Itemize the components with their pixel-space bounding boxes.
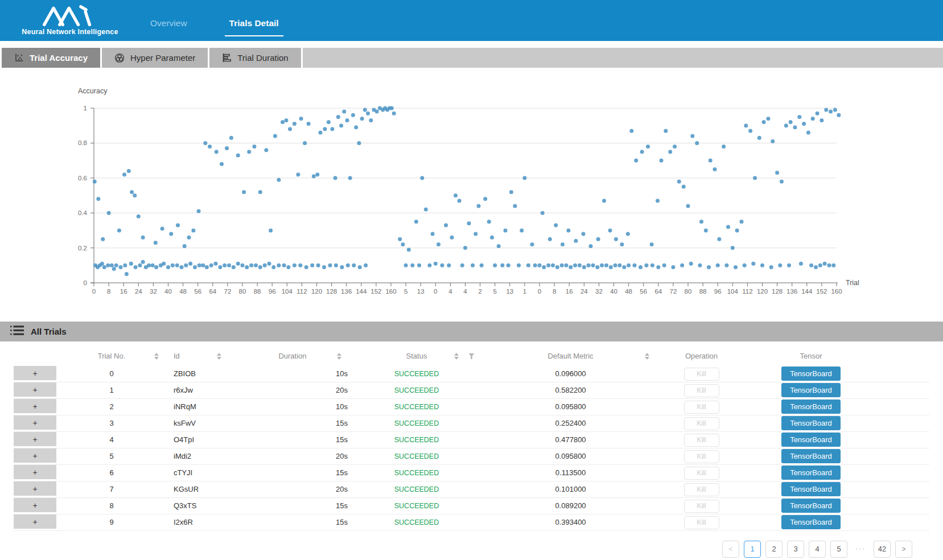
pagination-page-5[interactable]: 5: [830, 541, 847, 558]
scatter-point: [555, 265, 559, 269]
tensor-cell: TensorBoard: [746, 465, 929, 481]
tensorboard-button[interactable]: TensorBoard: [781, 400, 841, 414]
pagination-page-1[interactable]: 1: [744, 541, 761, 558]
x-tick-label: 96: [714, 288, 722, 295]
scatter-point: [473, 232, 477, 236]
pagination-page-4[interactable]: 4: [809, 541, 826, 558]
pagination-page-3[interactable]: 3: [787, 541, 804, 558]
expand-row-button[interactable]: +: [14, 382, 56, 397]
x-tick-label: 8: [553, 288, 556, 295]
x-tick-label: 104: [282, 288, 293, 295]
scatter-point: [809, 263, 813, 267]
pagination-page-2[interactable]: 2: [765, 541, 783, 558]
kill-button[interactable]: Kill: [684, 368, 719, 381]
kill-button[interactable]: Kill: [684, 516, 719, 529]
default-metric-cell: 0.096000: [484, 366, 657, 382]
nav-tab-overview[interactable]: Overview: [150, 18, 187, 31]
scatter-point: [315, 172, 319, 176]
expand-row-button[interactable]: +: [14, 432, 56, 446]
scatter-point: [220, 162, 224, 166]
expand-row-button[interactable]: +: [14, 498, 56, 512]
scatter-point: [458, 199, 462, 203]
scatter-point: [431, 232, 435, 236]
column-label: Trial No.: [98, 352, 126, 360]
pagination-prev-button[interactable]: <: [722, 541, 739, 558]
tensorboard-button[interactable]: TensorBoard: [781, 499, 841, 513]
tensorboard-button[interactable]: TensorBoard: [781, 416, 841, 430]
kill-button[interactable]: Kill: [684, 500, 719, 513]
x-tick-label: 128: [772, 288, 783, 295]
table-row: +3ksFwV15sSUCCEEDED0.252400KillTensorBoa…: [14, 415, 929, 432]
x-tick-label: 64: [209, 288, 216, 295]
tensorboard-button[interactable]: TensorBoard: [781, 466, 841, 480]
kill-button[interactable]: Kill: [684, 434, 719, 447]
scatter-point: [129, 262, 133, 266]
y-tick-label: 0.6: [78, 175, 87, 182]
kill-button[interactable]: Kill: [684, 467, 719, 480]
trial-no-cell: 0: [56, 366, 167, 382]
duration-cell: 15s: [270, 465, 349, 481]
sort-icon[interactable]: [454, 353, 459, 360]
scatter-point: [184, 263, 188, 267]
tensorboard-button[interactable]: TensorBoard: [781, 383, 841, 397]
scatter-point: [328, 263, 332, 267]
expand-row-button[interactable]: +: [14, 399, 56, 413]
x-tick-label: 144: [356, 288, 367, 295]
scatter-point: [440, 263, 444, 267]
tab-bar-filler: [303, 48, 943, 68]
expand-row-button[interactable]: +: [14, 465, 56, 479]
scatter-point: [780, 179, 784, 183]
nav-tab-trials-detail[interactable]: Trials Detail: [229, 18, 279, 31]
tab-trial-duration[interactable]: Trial Duration: [209, 48, 300, 68]
kill-button[interactable]: Kill: [684, 483, 719, 496]
kill-button[interactable]: Kill: [684, 417, 719, 430]
kill-button[interactable]: Kill: [684, 401, 719, 414]
scatter-point: [130, 190, 134, 194]
scatter-point: [731, 246, 735, 250]
tensorboard-button[interactable]: TensorBoard: [781, 433, 841, 447]
scatter-point: [215, 150, 219, 154]
expand-row-button[interactable]: +: [14, 448, 56, 463]
scatter-point: [589, 244, 593, 248]
expand-row-button[interactable]: +: [14, 415, 56, 430]
x-tick-label: 96: [269, 288, 276, 295]
x-tick-label: 144: [801, 288, 813, 295]
column-header-trial-no: Trial No.: [56, 346, 167, 366]
tensorboard-button[interactable]: TensorBoard: [781, 367, 841, 381]
row-expander: +: [14, 366, 56, 382]
tab-hyper-parameter[interactable]: Hyper Parameter: [102, 48, 208, 68]
expand-row-button[interactable]: +: [14, 366, 56, 380]
scatter-point: [775, 171, 779, 175]
scatter-point: [134, 265, 138, 269]
sort-icon[interactable]: [217, 353, 221, 360]
x-tick-label: 5: [404, 288, 407, 295]
sort-icon[interactable]: [645, 353, 649, 360]
filter-icon[interactable]: [468, 353, 475, 359]
scatter-point: [717, 237, 721, 241]
sort-icon[interactable]: [154, 353, 159, 360]
sort-icon[interactable]: [337, 353, 341, 360]
tensorboard-button[interactable]: TensorBoard: [781, 449, 841, 463]
expand-row-button[interactable]: +: [14, 514, 56, 529]
y-tick-label: 0.4: [78, 209, 88, 216]
x-tick-label: 0: [92, 288, 96, 295]
scatter-point: [450, 236, 454, 240]
tensorboard-button[interactable]: TensorBoard: [781, 482, 841, 496]
tensorboard-button[interactable]: TensorBoard: [781, 515, 841, 529]
expand-row-button[interactable]: +: [14, 481, 56, 496]
kill-button[interactable]: Kill: [684, 450, 719, 463]
pagination-page-42[interactable]: 42: [874, 541, 891, 558]
x-tick-label: 128: [326, 288, 337, 295]
tab-trial-accuracy[interactable]: Trial Accuracy: [2, 48, 100, 68]
pagination-next-button[interactable]: >: [895, 541, 912, 558]
scatter-point: [582, 232, 586, 236]
scatter-point: [171, 263, 175, 267]
kill-button[interactable]: Kill: [684, 384, 719, 397]
x-tick-label: 2: [478, 288, 481, 295]
column-label: Id: [174, 352, 180, 360]
x-tick-label: 13: [506, 288, 513, 295]
scatter-point: [375, 110, 379, 114]
status-badge: SUCCEEDED: [349, 514, 484, 530]
status-badge: SUCCEEDED: [349, 382, 484, 398]
scatter-point: [664, 129, 668, 133]
